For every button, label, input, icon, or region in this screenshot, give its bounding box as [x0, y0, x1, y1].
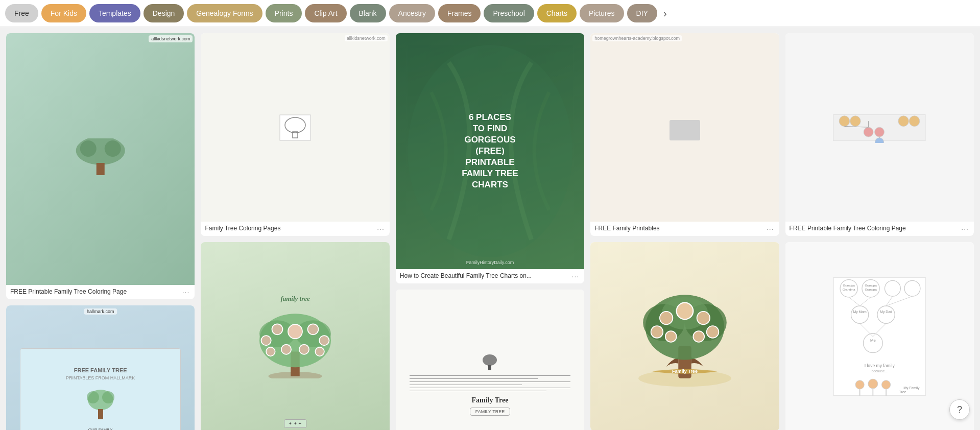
- frame-decoration: FREE FAMILY TREE PRINTABLES FROM HALLMAR…: [20, 348, 180, 430]
- nav-bar: Free For Kids Templates Design Genealogy…: [0, 0, 980, 27]
- svg-text:Grandpa: Grandpa: [843, 284, 855, 287]
- svg-text:Me: Me: [870, 338, 876, 343]
- svg-text:I love my family: I love my family: [865, 363, 895, 368]
- svg-point-28: [315, 347, 324, 356]
- nav-btn-genealogy[interactable]: Genealogy Forms: [187, 4, 262, 22]
- card-family-tree-coloring-pages[interactable]: allkidsnetwork.com Family Tree Coloring …: [201, 33, 389, 236]
- svg-point-5: [87, 391, 99, 403]
- nav-btn-ancestry[interactable]: Ancestry: [389, 4, 435, 22]
- source-label: FamilyHistoryDaily.com: [466, 260, 514, 265]
- svg-point-29: [269, 372, 322, 378]
- card-family-tree-ideas-school[interactable]: family tree: [201, 242, 389, 430]
- svg-point-27: [266, 347, 275, 356]
- card-title: FREE Printable Family Tree Coloring Page: [10, 288, 179, 296]
- nav-btn-pictures[interactable]: Pictures: [580, 4, 624, 22]
- svg-text:Tree: Tree: [899, 391, 906, 394]
- card-menu-button-7[interactable]: ···: [766, 225, 775, 233]
- illustrated-tree-photos: [215, 307, 375, 378]
- blank-label: FAMILY TREE: [470, 408, 511, 416]
- card-free-printable-1[interactable]: allkidsnetwork.com FREE Printable Family…: [6, 33, 195, 299]
- card-title-coloring-pages: Family Tree Coloring Pages: [205, 225, 374, 233]
- svg-point-25: [281, 345, 291, 354]
- nav-btn-templates[interactable]: Templates: [89, 4, 140, 22]
- svg-point-52: [910, 116, 920, 127]
- card-title-free-family-printables: FREE Family Printables: [594, 225, 763, 233]
- nav-btn-frames[interactable]: Frames: [438, 4, 481, 22]
- svg-point-20: [288, 324, 302, 339]
- svg-point-44: [707, 326, 719, 338]
- cartoon-coloring-page: Grandpa Grandma Grandpa Grandpa My Mom M…: [799, 275, 960, 398]
- nav-btn-clipart[interactable]: Clip Art: [305, 4, 346, 22]
- svg-point-42: [697, 312, 710, 324]
- overlay-text-6places: 6 PLACESTO FINDGORGEOUS(FREE)PRINTABLEFA…: [405, 112, 575, 191]
- svg-point-2: [80, 140, 97, 157]
- help-button[interactable]: ?: [949, 399, 970, 420]
- svg-point-51: [898, 116, 909, 127]
- card-free-family-printables[interactable]: homegrownhearts-academy.blogspot.com FRE…: [590, 33, 779, 236]
- svg-point-6: [102, 391, 114, 403]
- small-tree-icon: [480, 352, 500, 372]
- svg-point-53: [864, 127, 873, 137]
- family-tree-illustration: [25, 138, 176, 179]
- card-menu-button-3[interactable]: ···: [376, 225, 386, 233]
- card-menu-button-6[interactable]: ···: [571, 272, 581, 280]
- svg-point-49: [839, 116, 850, 127]
- column-5: FREE Printable Family Tree Coloring Page…: [785, 33, 974, 430]
- bg-pattern: ✦ ✦ ✦: [284, 419, 306, 428]
- svg-point-21: [272, 324, 283, 335]
- svg-rect-59: [833, 277, 925, 395]
- svg-point-32: [483, 354, 497, 366]
- svg-rect-1: [97, 163, 105, 175]
- column-2: allkidsnetwork.com Family Tree Coloring …: [201, 33, 389, 430]
- svg-point-24: [319, 336, 329, 345]
- svg-rect-7: [98, 409, 103, 419]
- site-label-2: allkidsnetwork.com: [345, 35, 388, 41]
- card-activity-preschool[interactable]: FREE Printable Family Tree Coloring Page…: [785, 33, 974, 236]
- svg-point-46: [693, 331, 704, 342]
- svg-rect-33: [488, 365, 491, 370]
- column-1: allkidsnetwork.com FREE Printable Family…: [6, 33, 195, 430]
- svg-text:My Dad: My Dad: [880, 310, 892, 314]
- nav-scroll-right-icon[interactable]: ›: [660, 6, 670, 21]
- card-free-family-tree-printables[interactable]: FREE FAMILY TREE PRINTABLES FROM HALLMAR…: [6, 305, 195, 430]
- card-6-places[interactable]: 6 PLACESTO FINDGORGEOUS(FREE)PRINTABLEFA…: [396, 33, 584, 283]
- card-free-printable-coloring-2[interactable]: Grandpa Grandma Grandpa Grandpa My Mom M…: [785, 242, 974, 430]
- card-menu-button[interactable]: ···: [181, 288, 191, 296]
- illustrated-tree-yellow: Family Tree: [605, 285, 765, 388]
- nav-btn-blank[interactable]: Blank: [350, 4, 386, 22]
- tree-svg-small: [83, 385, 118, 425]
- nav-btn-preschool[interactable]: Preschool: [484, 4, 534, 22]
- blog-content: [670, 120, 700, 142]
- nav-btn-prints[interactable]: Prints: [266, 4, 302, 22]
- nav-btn-forkids[interactable]: For Kids: [41, 4, 86, 22]
- nav-btn-charts[interactable]: Charts: [537, 4, 577, 22]
- nav-btn-design[interactable]: Design: [144, 4, 184, 22]
- svg-point-82: [855, 380, 864, 389]
- card-title-6places: How to Create Beautiful Family Tree Char…: [400, 272, 569, 280]
- svg-rect-13: [280, 115, 310, 140]
- coloring-page-icon: [275, 112, 316, 143]
- card-illustrated-tree[interactable]: Family Tree: [590, 242, 779, 430]
- svg-point-84: [868, 379, 878, 389]
- svg-point-45: [665, 331, 677, 342]
- form-lines: [410, 375, 570, 391]
- svg-text:because...: because...: [871, 369, 888, 373]
- card-menu-button-9[interactable]: ···: [960, 225, 970, 233]
- site-label: allkidsnetwork.com: [149, 35, 193, 42]
- svg-point-86: [882, 380, 891, 389]
- nav-btn-free[interactable]: Free: [5, 4, 38, 22]
- preschool-tree-cartoon: [798, 112, 961, 143]
- blog-label: homegrownhearts-academy.blogspot.com: [592, 35, 682, 41]
- svg-point-3: [105, 140, 121, 157]
- svg-point-40: [677, 303, 694, 320]
- card-family-tree-blank-chart[interactable]: Family Tree FAMILY TREE: [396, 290, 584, 430]
- svg-point-43: [651, 326, 663, 338]
- svg-point-50: [850, 116, 861, 127]
- svg-text:My Mom: My Mom: [853, 310, 867, 314]
- svg-point-23: [261, 336, 271, 345]
- svg-point-41: [660, 312, 673, 324]
- svg-text:Grandma: Grandma: [843, 288, 856, 291]
- card-title-preschool: FREE Printable Family Tree Coloring Page: [790, 225, 959, 233]
- nav-btn-diy[interactable]: DIY: [627, 4, 657, 22]
- family-tree-script-label: family tree: [280, 295, 309, 303]
